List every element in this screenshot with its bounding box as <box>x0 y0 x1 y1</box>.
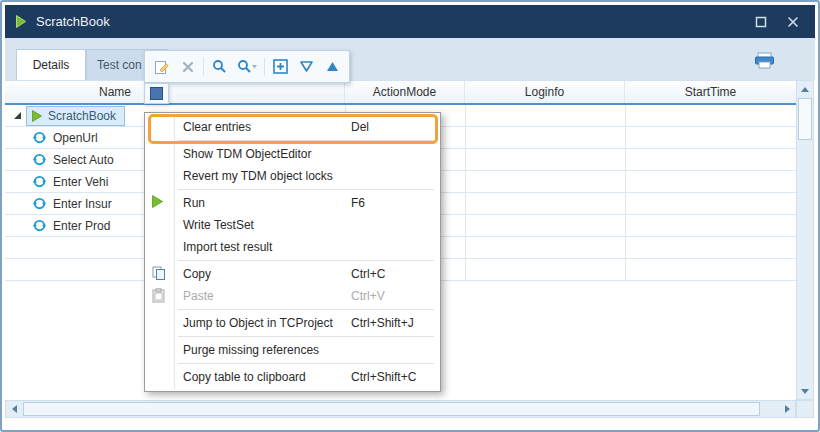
toolbar-separator <box>264 58 265 76</box>
scroll-left-arrow[interactable] <box>6 401 22 417</box>
tab-details-label: Details <box>33 58 70 72</box>
vertical-scrollbar[interactable] <box>796 80 814 400</box>
teststep-refresh-icon <box>32 130 47 145</box>
menu-item-write-testset[interactable]: Write TestSet <box>145 214 440 236</box>
grid-header: Name ActionMode Loginfo StartTime <box>5 80 796 105</box>
menu-item-purge-missing-references[interactable]: Purge missing references <box>145 339 440 361</box>
selected-node-highlight: ScratchBook <box>26 106 125 126</box>
move-down-icon[interactable] <box>293 55 319 79</box>
horizontal-scrollbar-thumb[interactable] <box>23 402 760 416</box>
scroll-right-arrow[interactable] <box>779 401 795 417</box>
titlebar: ScratchBook <box>5 5 815 38</box>
tab-strip: Details Test con <box>5 38 815 80</box>
tree-node-label: Enter Prod <box>53 219 110 233</box>
paste-icon <box>152 288 165 303</box>
tab-details[interactable]: Details <box>16 49 86 80</box>
vertical-scrollbar-thumb[interactable] <box>798 98 812 140</box>
scrollbar-corner <box>796 400 814 418</box>
tree-node-label: ScratchBook <box>48 109 116 123</box>
menu-separator <box>178 309 434 310</box>
window-title: ScratchBook <box>36 14 110 29</box>
tree-node-label: Enter Vehi <box>53 175 108 189</box>
menu-item-show-tdm-objecteditor[interactable]: Show TDM ObjectEditor <box>145 143 440 165</box>
scroll-up-arrow[interactable] <box>797 81 813 97</box>
menu-item-copy-table-to-clipboard[interactable]: Copy table to clipboard Ctrl+Shift+C <box>145 366 440 388</box>
menu-item-run[interactable]: Run F6 <box>145 192 440 214</box>
expander-icon[interactable] <box>14 112 21 119</box>
menu-item-jump-to-object-in-tcproject[interactable]: Jump to Object in TCProject Ctrl+Shift+J <box>145 312 440 334</box>
menu-item-copy[interactable]: Copy Ctrl+C <box>145 263 440 285</box>
scratchbook-play-icon <box>16 15 26 28</box>
add-icon[interactable] <box>267 55 293 79</box>
copy-icon <box>152 266 166 281</box>
horizontal-scrollbar[interactable] <box>5 400 796 418</box>
menu-separator <box>178 363 434 364</box>
run-icon <box>152 195 163 208</box>
scroll-down-arrow[interactable] <box>797 383 813 399</box>
menu-item-paste[interactable]: Paste Ctrl+V <box>145 285 440 307</box>
delete-icon[interactable] <box>175 55 201 79</box>
column-header-starttime[interactable]: StartTime <box>625 81 796 103</box>
move-up-icon[interactable] <box>319 55 345 79</box>
menu-separator <box>178 260 434 261</box>
tree-node-label: Select Auto <box>53 153 114 167</box>
tree-node-label: Enter Insur <box>53 197 112 211</box>
scratchbook-window: ScratchBook Details Test con N <box>0 0 820 432</box>
edit-icon[interactable] <box>149 55 175 79</box>
color-swatch-icon <box>150 87 163 100</box>
color-swatch-button[interactable] <box>144 83 169 104</box>
menu-separator <box>178 140 434 141</box>
close-button[interactable] <box>781 11 805 33</box>
floating-toolbar <box>144 50 350 83</box>
teststep-refresh-icon <box>32 174 47 189</box>
tab-test-configuration-label: Test con <box>97 58 142 72</box>
maximize-button[interactable] <box>749 11 773 33</box>
window-controls <box>749 11 805 33</box>
zoom-icon[interactable] <box>206 55 232 79</box>
teststep-refresh-icon <box>32 218 47 233</box>
menu-item-import-test-result[interactable]: Import test result <box>145 236 440 258</box>
zoom-options-icon[interactable] <box>232 55 262 79</box>
menu-separator <box>178 189 434 190</box>
menu-item-clear-entries[interactable]: Clear entries Del <box>145 116 440 138</box>
toolbar-separator <box>203 58 204 76</box>
column-header-loginfo[interactable]: Loginfo <box>465 81 625 103</box>
teststep-refresh-icon <box>32 152 47 167</box>
print-icon[interactable] <box>754 52 775 72</box>
run-icon <box>32 110 42 122</box>
column-header-name[interactable]: Name <box>5 81 345 103</box>
teststep-refresh-icon <box>32 196 47 211</box>
tree-node-label: OpenUrl <box>53 131 98 145</box>
context-menu: Clear entries Del Show TDM ObjectEditor … <box>144 112 441 392</box>
menu-item-revert-tdm-object-locks[interactable]: Revert my TDM object locks <box>145 165 440 187</box>
menu-separator <box>178 336 434 337</box>
column-header-actionmode[interactable]: ActionMode <box>345 81 465 103</box>
